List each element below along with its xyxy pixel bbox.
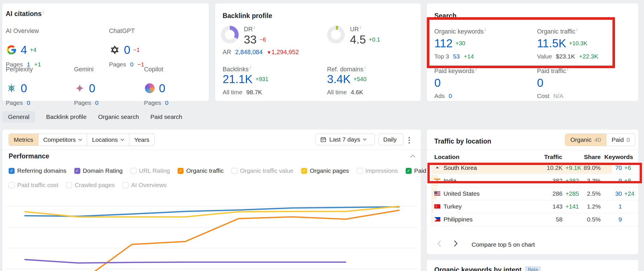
segment-metrics[interactable]: Metrics xyxy=(9,134,38,146)
location-name[interactable]: Philippines xyxy=(443,216,473,223)
tab-paid-search[interactable]: Paid search xyxy=(150,111,183,123)
ref-domains-alltime: All time 4.6K xyxy=(327,89,363,96)
metric-value[interactable]: 4 xyxy=(21,44,27,56)
next-page-icon[interactable] xyxy=(454,240,458,247)
checkbox-organic-traffic-value[interactable]: Organic traffic value xyxy=(231,167,293,174)
info-icon[interactable]: i xyxy=(43,10,44,14)
checkbox-unchecked-icon[interactable] xyxy=(66,182,72,188)
location-name[interactable]: Turkey xyxy=(443,203,462,210)
metric-value[interactable]: 0 xyxy=(159,83,165,94)
paid-keywords-value[interactable]: 0 xyxy=(434,77,441,89)
search-title: Search xyxy=(434,12,456,20)
location-row-south-korea[interactable]: South Korea10.2K+9.1K89.0%70+6 xyxy=(427,162,638,174)
keywords-value[interactable]: 70 xyxy=(615,164,622,171)
organic-keywords-value[interactable]: 112 xyxy=(434,38,453,49)
segment-locations[interactable]: Locations xyxy=(87,134,129,146)
performance-line-chart[interactable] xyxy=(2,198,421,271)
tab-backlink-profile[interactable]: Backlink profile xyxy=(46,111,87,123)
pages-line: Pages 0 xyxy=(144,99,168,106)
checkbox-ai-overviews[interactable]: AI Overviews xyxy=(122,182,167,188)
traffic-delta: +382 xyxy=(565,177,579,184)
tab-general[interactable]: General xyxy=(2,111,35,123)
location-row-turkey[interactable]: Turkey143+1411.2%1 xyxy=(427,200,638,213)
checkbox-crawled-pages[interactable]: Crawled pages xyxy=(66,182,115,188)
previous-page-icon[interactable] xyxy=(437,240,441,247)
keywords-value[interactable]: 1 xyxy=(618,203,622,210)
checkbox-paid-traffic-cost[interactable]: Paid traffic cost xyxy=(9,182,58,188)
organic-paid-toggle: Organic40 Paid0 xyxy=(565,133,635,146)
location-table-body: South Korea10.2K+9.1K89.0%70+6India382+3… xyxy=(427,162,638,226)
traffic-value: 143 xyxy=(552,203,563,210)
location-name[interactable]: India xyxy=(443,177,457,184)
paid-traffic-metric: Paid traffici 0 Cost N/A xyxy=(537,67,568,99)
segment-competitors[interactable]: Competitors xyxy=(38,134,87,146)
share-bar xyxy=(431,201,434,212)
metric-value[interactable]: 0 xyxy=(21,83,27,94)
collapse-section-icon[interactable] xyxy=(410,155,415,158)
location-row-philippines[interactable]: Philippines580.5%9 xyxy=(427,213,638,226)
paid-traffic-value[interactable]: 0 xyxy=(537,77,543,89)
checkbox-organic-traffic[interactable]: ✓Organic traffic xyxy=(178,167,223,174)
location-row-india[interactable]: India382+3823.3%9+8 xyxy=(427,174,638,187)
metric-label: Perplexity xyxy=(6,66,33,73)
backlinks-alltime: All time 98.7K xyxy=(223,89,262,96)
chevron-down-icon xyxy=(78,139,82,141)
granularity-button[interactable]: Daily xyxy=(379,133,403,145)
share-value: 1.2% xyxy=(587,203,601,210)
metric-label: AI Overview xyxy=(6,28,41,35)
ur-donut-gauge xyxy=(327,26,345,44)
search-card: Search Organic keywordsi 112 +30 Top 3 5… xyxy=(427,3,638,101)
location-name[interactable]: South Korea xyxy=(443,164,477,171)
checkbox-checked-icon[interactable]: ✓ xyxy=(178,168,184,174)
info-icon[interactable]: i xyxy=(250,65,251,70)
info-icon[interactable]: i xyxy=(365,65,365,70)
checkbox-unchecked-icon[interactable] xyxy=(357,168,363,174)
checkbox-url-rating[interactable]: URL Rating xyxy=(131,167,170,174)
location-row-united-states[interactable]: United States286+2852.5%30+24 xyxy=(427,187,638,200)
ref-domains-delta: +540 xyxy=(353,76,366,83)
date-range-button[interactable]: Last 7 days xyxy=(316,133,375,145)
info-icon[interactable]: i xyxy=(576,28,577,32)
checkbox-unchecked-icon[interactable] xyxy=(9,182,15,188)
checkbox-label: Domain Rating xyxy=(83,167,123,174)
dr-label: DRi xyxy=(244,25,255,33)
intent-title-row: Organic keywords by intentBeta xyxy=(434,266,541,271)
checkbox-unchecked-icon[interactable] xyxy=(122,182,129,188)
keywords-value[interactable]: 9 xyxy=(618,216,622,223)
info-icon[interactable]: i xyxy=(360,25,361,30)
tab-organic-search[interactable]: Organic search xyxy=(98,111,139,123)
compare-top5-link[interactable]: Compare top 5 on chart xyxy=(472,241,535,248)
ar-value[interactable]: 2,848,084 xyxy=(235,49,263,56)
info-icon[interactable]: i xyxy=(567,67,568,72)
checkbox-checked-icon[interactable]: ✓ xyxy=(74,168,80,174)
checkbox-label: Crawled pages xyxy=(75,182,115,188)
info-icon[interactable]: i xyxy=(485,28,486,32)
toggle-paid[interactable]: Paid0 xyxy=(606,134,635,146)
flag-icon-tr xyxy=(434,203,440,207)
checkbox-unchecked-icon[interactable] xyxy=(231,168,238,174)
ref-domains-value[interactable]: 3.4K xyxy=(327,73,351,85)
backlinks-value[interactable]: 21.1K xyxy=(223,73,253,85)
checkbox-label: Organic traffic value xyxy=(240,167,293,174)
metric-value[interactable]: 0 xyxy=(89,83,95,94)
checkbox-checked-icon[interactable]: ✓ xyxy=(301,168,307,174)
checkbox-referring-domains[interactable]: ✓Referring domains xyxy=(9,167,67,174)
checkbox-checked-icon[interactable]: ✓ xyxy=(9,168,15,174)
metric-value[interactable]: 0 xyxy=(124,44,130,56)
checkbox-impressions[interactable]: Impressions xyxy=(357,167,398,174)
checkbox-unchecked-icon[interactable] xyxy=(131,168,137,174)
more-options-menu[interactable] xyxy=(407,135,412,145)
checkbox-organic-pages[interactable]: ✓Organic pages xyxy=(301,167,349,174)
checkbox-checked-icon[interactable]: ✓ xyxy=(406,168,412,174)
checkbox-domain-rating[interactable]: ✓Domain Rating xyxy=(74,167,123,174)
toggle-organic[interactable]: Organic40 xyxy=(565,134,606,146)
info-icon[interactable]: i xyxy=(254,25,255,30)
ar-line: AR 2,848,084 ▼1,294,952 xyxy=(223,49,299,56)
location-name[interactable]: United States xyxy=(443,190,480,197)
google-icon xyxy=(6,44,17,56)
keywords-value[interactable]: 30 xyxy=(615,190,622,197)
segment-years[interactable]: Years xyxy=(129,134,154,146)
keywords-value[interactable]: 9 xyxy=(618,177,622,184)
info-icon[interactable]: i xyxy=(476,67,476,72)
organic-traffic-value[interactable]: 11.5K xyxy=(537,38,566,49)
